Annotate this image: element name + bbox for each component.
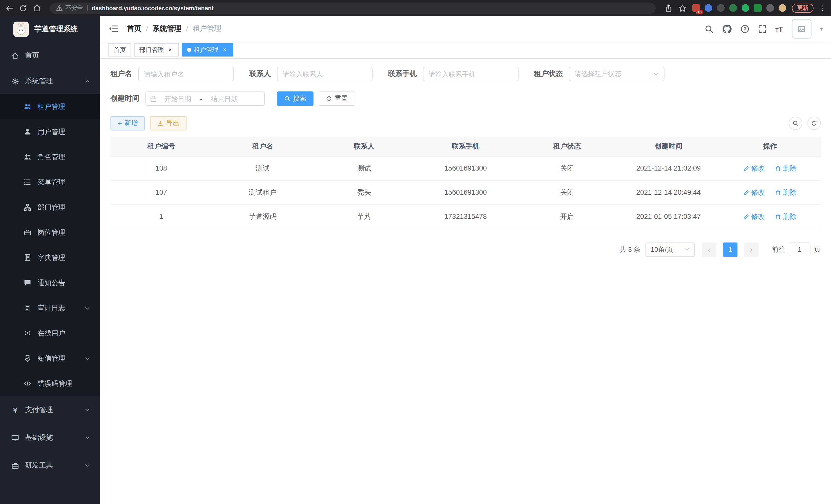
delete-link[interactable]: 删除 [775,212,797,221]
cell-actions: 修改 删除 [719,205,821,229]
sidebar-item-system[interactable]: 系统管理 [0,68,100,94]
sidebar-item-post[interactable]: 岗位管理 [0,220,100,245]
extension-icon-5[interactable] [742,4,749,12]
sidebar-item-tenant[interactable]: 租户管理 [0,94,100,119]
close-icon[interactable]: × [221,46,228,53]
tenant-name-label: 租户名 [111,69,132,79]
delete-label: 删除 [783,188,797,197]
extension-icon-2[interactable] [705,4,712,12]
page-size-value: 10条/页 [651,245,673,254]
cell-phone: 17321315478 [415,205,516,229]
page-number-button[interactable]: 1 [723,242,738,257]
browser-profile-avatar[interactable] [779,4,786,12]
cell-tenant-name: 测试 [212,156,314,180]
sidebar-item-pay[interactable]: ¥ 支付管理 [0,396,100,424]
extension-icon-6[interactable] [754,4,762,12]
column-status: 租户状态 [516,137,618,156]
bookmark-star-icon[interactable] [678,4,687,12]
breadcrumb-system[interactable]: 系统管理 [153,24,181,33]
breadcrumb: 首页 / 系统管理 / 租户管理 [127,24,222,33]
sidebar-item-infra[interactable]: 基础设施 [0,424,100,452]
delete-link[interactable]: 删除 [775,164,797,173]
sidebar-item-dept[interactable]: 部门管理 [0,195,100,220]
contact-input[interactable] [277,67,373,81]
fullscreen-icon[interactable] [758,24,767,33]
sidebar-item-menu[interactable]: 菜单管理 [0,170,100,195]
sidebar-item-role[interactable]: 角色管理 [0,144,100,170]
close-icon[interactable]: × [167,46,174,53]
goto-page-input[interactable] [789,242,810,256]
tab-dept[interactable]: 部门管理 × [134,43,179,57]
phone-input[interactable] [423,67,519,81]
plus-icon: + [118,120,122,127]
search-button[interactable]: 搜索 [277,91,314,106]
browser-menu-icon[interactable]: ⋮ [819,5,826,11]
date-range-picker[interactable]: - [145,91,265,106]
sidebar-item-home[interactable]: 首页 [0,42,100,68]
navbar-right: TT ▾ [704,19,823,38]
edit-link[interactable]: 修改 [743,164,765,173]
search-icon[interactable] [704,24,713,33]
github-icon[interactable] [722,24,732,34]
menu-label: 通知公告 [37,278,65,288]
sidebar-item-audit-log[interactable]: 审计日志 [0,295,100,321]
contact-label: 联系人 [249,69,271,79]
warning-icon [56,5,63,11]
org-tree-icon [24,203,31,211]
edit-link[interactable]: 修改 [743,212,765,221]
goto-label: 前往 [772,245,785,254]
status-select[interactable]: 请选择租户状态 [569,67,664,81]
extension-icon-7[interactable] [766,4,774,12]
sidebar-item-error-code[interactable]: 错误码管理 [0,371,100,396]
sidebar-item-dev-tools[interactable]: 研发工具 [0,452,100,479]
user-menu-caret-icon[interactable]: ▾ [820,26,823,32]
toggle-search-button[interactable] [789,117,802,130]
page-size-select[interactable]: 10条/页 [646,242,695,257]
prev-page-button[interactable]: ‹ [702,242,716,257]
breadcrumb-home[interactable]: 首页 [127,24,141,33]
security-status[interactable]: 不安全 [56,4,83,12]
menu-label: 错误码管理 [37,379,72,388]
edit-link[interactable]: 修改 [743,188,765,197]
tab-label: 租户管理 [194,46,219,54]
reset-button[interactable]: 重置 [319,91,355,106]
sidebar-item-notice[interactable]: 通知公告 [0,270,100,295]
home-nav-icon[interactable] [33,4,41,12]
app-logo[interactable]: 芋道管理系统 [0,16,100,42]
reload-icon[interactable] [19,4,27,12]
font-size-icon[interactable]: TT [775,25,783,33]
extension-icon-3[interactable] [717,4,725,12]
tenant-table: 租户编号 租户名 联系人 联系手机 租户状态 创建时间 操作 108 测试 [111,137,821,229]
download-icon [157,120,164,126]
menu-label: 审计日志 [37,303,65,313]
hamburger-icon[interactable] [109,24,119,34]
start-date-input[interactable] [157,95,199,102]
delete-link[interactable]: 删除 [775,188,797,197]
edit-pencil-icon [743,189,749,196]
briefcase-icon [24,229,31,236]
right-toolbar [789,117,821,130]
browser-update-button[interactable]: 更新 [792,3,813,12]
export-button[interactable]: 导出 [150,116,187,130]
sidebar-item-dict[interactable]: 字典管理 [0,245,100,270]
end-date-input[interactable] [203,95,246,102]
tab-tenant[interactable]: 租户管理 × [182,43,233,57]
sidebar-item-user[interactable]: 用户管理 [0,119,100,144]
extension-icon-1[interactable]: 10 [692,4,700,12]
total-count: 共 3 条 [620,245,640,254]
back-icon[interactable] [5,4,13,12]
share-icon[interactable] [664,4,673,12]
cell-actions: 修改 删除 [719,156,821,180]
help-icon[interactable] [740,24,749,33]
sidebar-item-sms[interactable]: 短信管理 [0,346,100,371]
url-bar[interactable]: 不安全 dashboard.yudao.iocoder.cn/system/te… [50,2,656,13]
tenant-name-input[interactable] [138,67,234,81]
extension-icon-4[interactable] [729,4,737,12]
sidebar-item-online-user[interactable]: 在线用户 [0,321,100,346]
next-page-button[interactable]: › [744,242,758,257]
add-button[interactable]: + 新增 [111,116,145,130]
tab-label: 首页 [114,46,126,54]
user-avatar[interactable] [792,19,811,38]
tab-home[interactable]: 首页 [109,43,131,57]
refresh-table-button[interactable] [807,117,821,130]
